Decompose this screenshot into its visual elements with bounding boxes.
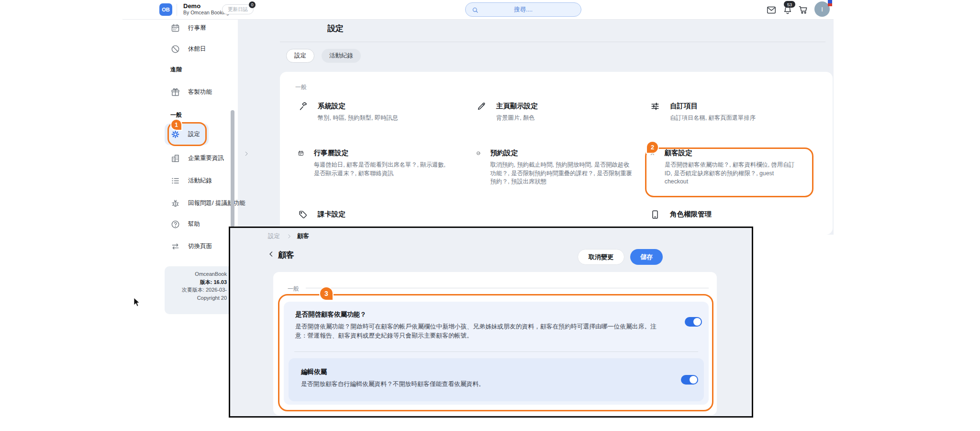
sidebar-scrollbar[interactable] xyxy=(231,110,234,227)
update-log-label: 更新日誌 xyxy=(228,6,248,13)
card-title: 自訂項目 xyxy=(670,102,756,111)
sidebar-item-label: 行事曆 xyxy=(188,24,206,32)
sidebar-item-label: 休館日 xyxy=(188,45,206,53)
bug-icon xyxy=(170,198,180,208)
gift-icon xyxy=(170,87,180,97)
help-icon xyxy=(170,219,180,229)
breadcrumb-settings[interactable]: 設定 xyxy=(268,232,280,240)
footer-copyright: Copyright 20 xyxy=(165,294,227,302)
screenshot-canvas: OB Demo By Omcean Booking 更新日誌 0 搜尋.... … xyxy=(0,0,980,431)
card-desc: 取消預約, 預約截止時間, 預約開放時間, 是否開啟超收功能？, 是否限制預約時… xyxy=(490,161,634,186)
building-icon xyxy=(170,153,180,163)
sidebar-item-label: 回報問題/ 提議新功能 xyxy=(188,199,245,207)
sidebar-item-label: 幫助 xyxy=(188,220,200,228)
settings-card-booking[interactable]: 預約設定 取消預約, 預約截止時間, 預約開放時間, 是否開啟超收功能？, 是否… xyxy=(476,148,634,186)
sidebar-item-company-info[interactable]: 企業重要資訊 xyxy=(170,147,247,169)
card-title: 預約設定 xyxy=(490,148,634,158)
card-desc: 背景圖片, 顏色 xyxy=(496,114,538,123)
sidebar-item-report-issue[interactable]: 回報問題/ 提議新功能 xyxy=(170,193,247,214)
sidebar-item-label: 切換頁面 xyxy=(188,242,212,250)
card-desc: 每週啓始日, 顧客是否能看到出席名單？, 顯示週數, 是否顯示週末？, 顧客聯絡… xyxy=(314,161,446,178)
customer-settings-overlay: 設定 顧客 顧客 取消變更 儲存 一般 3 是否開啓顧客依屬功能？ 是否開啓依屬… xyxy=(229,227,753,418)
update-log-badge: 0 xyxy=(249,1,256,8)
annotation-step-1-badge: 1 xyxy=(170,119,182,131)
settings-card-custom-items[interactable]: 自訂項目 自訂項目名稱, 顧客頁面選單排序 xyxy=(650,102,803,123)
settings-card-calendar[interactable]: 行事曆設定 每週啓始日, 顧客是否能看到出席名單？, 顯示週數, 是否顯示週末？… xyxy=(298,148,446,178)
save-button[interactable]: 儲存 xyxy=(630,249,663,265)
sidebar-item-custom-features[interactable]: 客製功能 xyxy=(170,81,247,102)
card-title: 課卡設定 xyxy=(318,210,345,219)
calendar-icon xyxy=(298,148,304,159)
card-desc: 幣別, 時區, 預約類型, 即時訊息 xyxy=(318,114,398,123)
sidebar-item-closed-days[interactable]: 休館日 xyxy=(170,38,247,59)
settings-card-role-permissions[interactable]: 角色權限管理 xyxy=(650,210,798,220)
footer-line: OmceanBook xyxy=(165,270,227,278)
sliders-icon xyxy=(650,101,660,112)
sidebar-item-label: 活動紀錄 xyxy=(188,177,212,185)
list-icon xyxy=(170,176,180,186)
settings-card-class-pass[interactable]: 課卡設定 xyxy=(298,210,446,220)
annotation-box-3 xyxy=(278,294,713,411)
settings-grid-card: 一般 系統設定 幣別, 時區, 預約類型, 即時訊息 主頁顯示設定 背景圖片, … xyxy=(280,72,833,235)
tag-icon xyxy=(298,209,308,220)
breadcrumb-customer: 顧客 xyxy=(297,232,309,240)
cancel-changes-button[interactable]: 取消變更 xyxy=(578,249,624,265)
notification-count-badge: 53 xyxy=(784,1,795,8)
check-circle-icon xyxy=(476,148,480,159)
mouse-cursor-icon xyxy=(134,297,141,307)
sidebar-item-label: 客製功能 xyxy=(188,88,212,96)
annotation-box-2 xyxy=(645,147,813,197)
annotation-step-3-badge: 3 xyxy=(319,286,334,301)
flag-badge-icon xyxy=(828,0,832,6)
tab-settings[interactable]: 設定 xyxy=(286,49,314,63)
search-placeholder: 搜尋.... xyxy=(514,6,533,14)
settings-card-system[interactable]: 系統設定 幣別, 時區, 預約類型, 即時訊息 xyxy=(298,102,456,123)
pen-icon xyxy=(476,101,487,112)
page-title: 設定 xyxy=(327,23,344,34)
sidebar-section-general: 一般 xyxy=(170,111,182,119)
mail-icon[interactable] xyxy=(766,5,777,15)
app-logo[interactable]: OB xyxy=(159,3,172,16)
logo-divider xyxy=(177,4,177,16)
cart-icon[interactable] xyxy=(798,4,809,15)
sidebar-section-advanced: 進階 xyxy=(170,66,182,74)
footer-minor-version: 次要版本: 2026-03- xyxy=(165,286,227,294)
sidebar-item-activity-log[interactable]: 活動紀錄 xyxy=(170,170,247,191)
breadcrumb-chevron-icon xyxy=(286,233,292,239)
card-title: 主頁顯示設定 xyxy=(496,102,538,111)
title-divider xyxy=(280,42,825,42)
top-bar: OB Demo By Omcean Booking 更新日誌 0 搜尋.... … xyxy=(122,0,834,20)
card-title: 系統設定 xyxy=(318,102,398,111)
card-title: 行事曆設定 xyxy=(314,148,446,158)
sidebar-item-calendar[interactable]: 行事曆 xyxy=(170,17,247,38)
overlay-section-divider xyxy=(306,288,709,288)
overlay-section-label: 一般 xyxy=(288,285,299,293)
settings-card-home-display[interactable]: 主頁顯示設定 背景圖片, 顏色 xyxy=(476,102,634,123)
sidebar: 1 行事曆 休館日 進階 客製功能 一般 設定 企業重要資訊 活動紀錄 xyxy=(122,20,238,316)
card-desc: 自訂項目名稱, 顧客頁面選單排序 xyxy=(670,114,756,123)
ban-icon xyxy=(170,44,180,54)
app-name: Demo xyxy=(183,2,200,10)
search-icon xyxy=(471,6,479,14)
footer-version: 版本: 16.03 xyxy=(165,278,227,286)
calendar-icon xyxy=(170,23,180,33)
app-logo-text: OB xyxy=(162,7,170,12)
section-label-general: 一般 xyxy=(295,83,307,91)
annotation-step-2-badge: 2 xyxy=(646,141,659,154)
hammer-icon xyxy=(298,101,308,112)
card-title: 角色權限管理 xyxy=(670,210,712,219)
device-icon xyxy=(650,209,660,220)
version-info: OmceanBook 版本: 16.03 次要版本: 2026-03- Copy… xyxy=(165,270,227,302)
avatar-initial: I xyxy=(821,6,823,13)
back-chevron-icon[interactable] xyxy=(267,250,275,258)
overlay-title: 顧客 xyxy=(278,250,294,261)
tab-activity-log[interactable]: 活動紀錄 xyxy=(322,49,361,63)
update-log-button[interactable]: 更新日誌 0 xyxy=(222,4,254,14)
search-input[interactable]: 搜尋.... xyxy=(465,2,581,17)
sidebar-item-label: 企業重要資訊 xyxy=(188,154,224,162)
swap-icon xyxy=(170,241,180,251)
